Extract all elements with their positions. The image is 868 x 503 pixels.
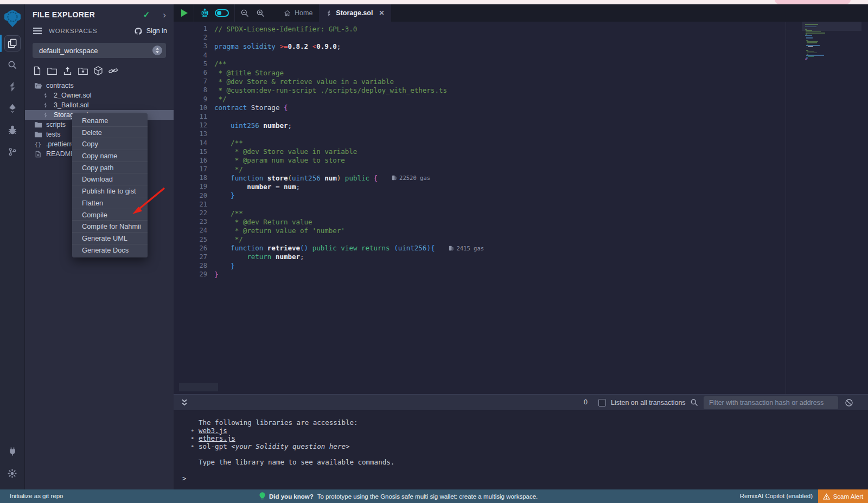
- listen-label: Listen on all transactions: [611, 399, 686, 407]
- panel-title: FILE EXPLORER: [33, 10, 143, 19]
- plug-icon: [7, 446, 18, 457]
- zoom-out-icon[interactable]: [240, 9, 249, 17]
- tip-title: Did you know?: [269, 493, 314, 500]
- zoom-in-icon[interactable]: [256, 9, 265, 17]
- minimap[interactable]: [802, 22, 861, 394]
- code-line-2: 2: [174, 33, 868, 42]
- line-number: 19: [174, 183, 207, 190]
- ai-assistant-icon[interactable]: [200, 8, 210, 18]
- sidebar-item-debugger[interactable]: [0, 119, 25, 141]
- scam-alert-label: Scam Alert: [833, 493, 864, 500]
- terminal-search-icon: [690, 398, 698, 407]
- workspaces-label: WORKSPACES: [49, 28, 134, 34]
- library-link[interactable]: web3.js: [199, 427, 227, 435]
- tab-home[interactable]: Home: [277, 4, 320, 22]
- upload-folder-icon[interactable]: [78, 66, 88, 75]
- tree-item-2-owner-sol[interactable]: 2_Owner.sol: [25, 91, 174, 100]
- sidebar-item-file-explorer[interactable]: [0, 33, 25, 54]
- code-line-9: 9 */: [174, 95, 868, 104]
- line-number: 9: [174, 95, 207, 103]
- bug-icon: [7, 125, 18, 136]
- run-script-button[interactable]: [181, 9, 188, 17]
- tree-item-contracts[interactable]: contracts: [25, 81, 174, 91]
- sidebar-item-deploy-run[interactable]: [0, 98, 25, 119]
- line-number: 16: [174, 157, 207, 164]
- line-number: 7: [174, 78, 207, 85]
- braces-icon: {}: [34, 141, 42, 147]
- load-cube-icon[interactable]: [94, 66, 103, 75]
- line-number: 20: [174, 192, 207, 199]
- library-link[interactable]: ethers.js: [199, 434, 235, 442]
- line-number: 2: [174, 34, 207, 41]
- sidebar-item-plugin-manager[interactable]: [0, 441, 25, 462]
- listen-checkbox[interactable]: [598, 399, 606, 407]
- deploy-run-icon: [7, 103, 18, 114]
- menu-item-compile-for-nahmii[interactable]: Compile for Nahmii: [72, 221, 148, 233]
- chevron-right-icon[interactable]: ›: [163, 10, 166, 20]
- tree-item-label: 3_Ballot.sol: [54, 101, 89, 109]
- sign-in-button[interactable]: Sign in: [146, 27, 167, 35]
- lightbulb-icon: [259, 492, 265, 500]
- line-number: 4: [174, 51, 207, 59]
- terminal-line: The following libraries are accessible:: [174, 419, 868, 427]
- menu-item-copy[interactable]: Copy: [72, 138, 148, 150]
- line-number: 13: [174, 130, 207, 138]
- ai-copilot-toggle[interactable]: [215, 9, 229, 17]
- hamburger-menu-icon[interactable]: [33, 27, 42, 35]
- menu-item-rename[interactable]: Rename: [72, 115, 148, 127]
- code-line-19: 19 number = num;: [174, 182, 868, 191]
- menu-item-copy-path[interactable]: Copy path: [72, 162, 148, 174]
- git-init-button[interactable]: Initialize as git repo: [10, 493, 63, 499]
- scam-alert-button[interactable]: Scam Alert: [818, 489, 868, 503]
- upload-file-icon[interactable]: [63, 66, 72, 75]
- main-area: Home Storage.sol ✕ 1// SPDX-License-Iden…: [174, 4, 868, 489]
- tab-storage-sol[interactable]: Storage.sol ✕: [320, 4, 391, 22]
- sidebar-item-git[interactable]: [0, 141, 25, 163]
- folder-icon: [34, 131, 42, 138]
- gas-estimate-badge: 22520 gas: [392, 175, 430, 181]
- transaction-filter-input[interactable]: [704, 396, 838, 409]
- panel-header: FILE EXPLORER ✓ ›: [25, 4, 174, 24]
- editor-toolbar: Home Storage.sol ✕: [174, 4, 868, 22]
- solidity-icon: [41, 92, 50, 99]
- sidebar-item-search[interactable]: [0, 54, 25, 76]
- sidebar-item-solidity-compiler[interactable]: [0, 76, 25, 98]
- folder-open-icon: [34, 82, 42, 89]
- code-line-20: 20 }: [174, 191, 868, 200]
- warning-icon: [823, 493, 830, 500]
- import-link-icon[interactable]: [108, 66, 118, 75]
- menu-item-copy-name[interactable]: Copy name: [72, 150, 148, 162]
- status-bar: Initialize as git repo Did you know? To …: [0, 489, 868, 503]
- browser-edge-pill: [775, 0, 851, 4]
- new-folder-icon[interactable]: [47, 66, 57, 75]
- menu-item-generate-uml[interactable]: Generate UML: [72, 233, 148, 244]
- code-line-5: 5/**: [174, 60, 868, 68]
- line-number: 10: [174, 104, 207, 112]
- home-icon: [284, 10, 291, 17]
- menu-item-compile[interactable]: Compile: [72, 209, 148, 221]
- code-editor[interactable]: 1// SPDX-License-Identifier: GPL-3.023pr…: [174, 22, 868, 394]
- sidebar-item-settings[interactable]: [0, 462, 25, 484]
- code-line-27: 27 return number;: [174, 253, 868, 261]
- tree-item-label: .prettierrc: [46, 140, 75, 148]
- menu-item-publish-file-to-gist[interactable]: Publish file to gist: [72, 185, 148, 197]
- workspace-select[interactable]: default_workspace: [33, 43, 166, 58]
- terminal-prompt[interactable]: >: [174, 474, 868, 482]
- workspace-select-arrows-icon[interactable]: [152, 46, 162, 55]
- copilot-status[interactable]: RemixAI Copilot (enabled): [740, 493, 813, 499]
- menu-item-delete[interactable]: Delete: [72, 127, 148, 139]
- horizontal-scrollbar-thumb[interactable]: [179, 383, 218, 391]
- new-file-icon[interactable]: [33, 66, 41, 75]
- clear-terminal-icon[interactable]: [845, 398, 853, 407]
- tree-item-label: contracts: [46, 82, 74, 89]
- close-tab-icon[interactable]: ✕: [379, 9, 384, 17]
- file-actions-toolbar: [25, 58, 174, 79]
- code-line-4: 4: [174, 51, 868, 60]
- menu-item-generate-docs[interactable]: Generate Docs: [72, 244, 148, 256]
- terminal-output[interactable]: The following libraries are accessible:•…: [174, 410, 868, 494]
- menu-item-download[interactable]: Download: [72, 173, 148, 185]
- line-number: 12: [174, 121, 207, 129]
- collapse-terminal-icon[interactable]: [181, 399, 188, 406]
- tree-item-3-ballot-sol[interactable]: 3_Ballot.sol: [25, 100, 174, 110]
- menu-item-flatten[interactable]: Flatten: [72, 197, 148, 209]
